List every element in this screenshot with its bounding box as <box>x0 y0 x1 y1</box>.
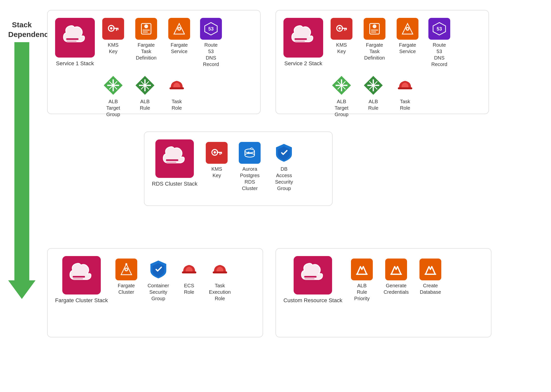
rds-stack-card: RDS Cluster Stack KMSKey <box>144 131 333 206</box>
fargate-cluster-icon <box>115 259 137 280</box>
cloud-stack-icon-2 <box>290 24 317 51</box>
s2-route53-label: Route53DNSRecord <box>431 42 447 67</box>
gen-creds-icon <box>385 259 407 280</box>
svg-point-7 <box>110 27 112 30</box>
s2-albrule-item: ALBRule <box>361 74 386 111</box>
s2-albtg-label: ALBTargetGroup <box>335 98 348 118</box>
svg-rect-79 <box>304 276 316 278</box>
task-exec-role-icon <box>209 259 231 280</box>
s2-route53-item: 53 Route53DNSRecord <box>427 18 452 67</box>
s2-albtg-icon <box>331 74 352 96</box>
service2-icons-section: KMSKey FargateTaskDefinition <box>329 18 481 118</box>
svg-text:53: 53 <box>437 26 442 32</box>
service1-label: Service 1 Stack <box>56 60 94 67</box>
arrow-shaft <box>14 42 29 280</box>
svg-rect-77 <box>182 271 196 273</box>
route53-icon: 53 <box>200 18 222 40</box>
svg-line-69 <box>252 148 254 149</box>
s2-taskdef-item: FargateTaskDefinition <box>361 18 388 61</box>
s2-kms-icon <box>331 18 352 40</box>
ecs-role-label: ECSRole <box>184 282 194 295</box>
svg-rect-2 <box>66 44 75 45</box>
arrow-label: Stack Dependency <box>8 20 35 39</box>
svg-point-63 <box>214 151 216 154</box>
service2-icons-row1: KMSKey FargateTaskDefinition <box>329 18 481 67</box>
alb-rule-priority-icon <box>351 259 373 280</box>
service1-albtg-item: ALBTargetGroup <box>101 74 126 118</box>
gen-creds-item: GenerateCredentials <box>382 259 410 295</box>
custom-main-icon-group: Custom Resource Stack <box>283 256 342 304</box>
service1-taskdef-item: FargateTaskDefinition <box>133 18 160 61</box>
svg-rect-38 <box>371 30 378 31</box>
svg-rect-27 <box>170 87 184 89</box>
ecs-role-icon <box>178 259 200 280</box>
svg-rect-11 <box>143 32 148 33</box>
svg-rect-30 <box>295 44 303 45</box>
taskrole-icon <box>166 74 188 96</box>
svg-rect-10 <box>143 30 150 31</box>
service1-route53-item: 53 Route53DNSRecord <box>199 18 223 67</box>
rds-kms-label: KMSKey <box>211 166 222 179</box>
task-exec-role-label: TaskExecutionRole <box>209 282 231 302</box>
fargate-cluster-item: FargateCluster <box>114 259 139 295</box>
container-sg-item: ContainerSecurityGroup <box>145 259 172 302</box>
svg-rect-56 <box>166 159 178 161</box>
gen-creds-label: GenerateCredentials <box>384 282 409 295</box>
kms-icon <box>102 18 124 40</box>
svg-point-9 <box>144 25 148 28</box>
create-db-item: CreateDatabase <box>417 259 444 295</box>
albrule-label: ALBRule <box>140 98 150 111</box>
alb-rule-priority-item: ALBRulePriority <box>348 259 376 302</box>
rds-cloud-stack-icon <box>161 145 188 172</box>
service1-fargatesvc-item: FargateService <box>167 18 192 55</box>
rds-aurora-label: AuroraPostgresRDSCluster <box>240 166 260 192</box>
alb-rule-priority-label: ALBRulePriority <box>354 282 370 302</box>
s2-taskdef-label: FargateTaskDefinition <box>364 42 385 61</box>
rds-aurora-item: AuroraPostgresRDSCluster <box>236 142 263 192</box>
s2-kms-item: KMSKey <box>329 18 354 55</box>
svg-rect-78 <box>213 271 227 273</box>
stack-dependency-arrow: Stack Dependency <box>7 20 37 299</box>
taskdef-icon <box>135 18 157 40</box>
svg-point-35 <box>338 27 341 30</box>
s2-albrule-label: ALBRule <box>368 98 378 111</box>
svg-point-76 <box>125 263 127 265</box>
svg-point-67 <box>245 153 255 157</box>
fargate-cluster-label: FargateCluster <box>118 282 135 295</box>
svg-rect-55 <box>398 87 412 89</box>
s2-albrule-icon <box>362 74 384 96</box>
route53-label: Route53DNSRecord <box>203 42 219 67</box>
fargate-label: Fargate Cluster Stack <box>55 297 108 304</box>
s2-taskrole-label: TaskRole <box>400 98 410 111</box>
svg-rect-81 <box>304 281 313 283</box>
rds-sg-label: DBAccessSecurityGroup <box>275 166 293 192</box>
create-db-icon <box>419 259 441 280</box>
s2-fargatesvc-label: FargateService <box>399 42 416 55</box>
svg-point-42 <box>407 28 408 30</box>
svg-point-37 <box>373 25 376 28</box>
s2-taskdef-icon <box>364 18 385 40</box>
custom-cloud-stack-icon <box>299 262 327 289</box>
s2-route53-icon: 53 <box>428 18 450 40</box>
taskrole-label: TaskRole <box>172 98 182 111</box>
kms-label: KMSKey <box>108 42 118 55</box>
rds-sg-item: DBAccessSecurityGroup <box>270 142 298 192</box>
ecs-role-item: ECSRole <box>178 259 200 295</box>
container-sg-icon <box>147 259 169 280</box>
service1-main-icon-group: Service 1 Stack <box>55 18 95 67</box>
service2-icons-row2: ALBTargetGroup ALBRule <box>329 74 481 118</box>
create-db-label: CreateDatabase <box>420 282 441 295</box>
custom-icons-section: ALBRulePriority GenerateCredentials <box>348 259 444 302</box>
fargatesvc-label: FargateService <box>171 42 188 55</box>
albrule-icon <box>134 74 156 96</box>
svg-point-75 <box>126 269 127 270</box>
rds-main-icon <box>155 139 194 178</box>
rds-kms-item: KMSKey <box>204 142 229 179</box>
svg-rect-58 <box>166 165 174 166</box>
service1-albrule-item: ALBRule <box>133 74 157 111</box>
s2-albtg-item: ALBTargetGroup <box>329 74 354 118</box>
fargate-cloud-stack-icon <box>68 262 95 289</box>
custom-label: Custom Resource Stack <box>283 297 342 304</box>
svg-point-14 <box>178 28 180 30</box>
rds-icons-section: KMSKey AuroraPostgresRDSCluster <box>204 142 298 192</box>
